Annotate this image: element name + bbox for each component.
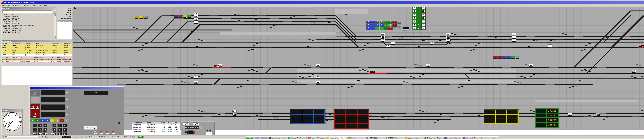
signal-icon[interactable] bbox=[413, 77, 415, 78]
tray-icon[interactable]: ▢ bbox=[489, 137, 490, 139]
track-select-plate[interactable]: 12 bbox=[422, 14, 425, 16]
signal-lamp-icon[interactable] bbox=[536, 40, 538, 41]
show-desktop-icon[interactable]: ▯ bbox=[497, 137, 498, 139]
signal-icon[interactable] bbox=[639, 66, 641, 66]
arbeiten-col-header[interactable]: Ende bbox=[167, 122, 173, 124]
signal-lamp-icon[interactable] bbox=[476, 68, 478, 70]
signal-icon[interactable] bbox=[146, 115, 148, 116]
signal-icon[interactable] bbox=[146, 43, 148, 44]
signal-lamp-icon[interactable] bbox=[204, 111, 205, 112]
track-number-plate[interactable]: 461 bbox=[194, 76, 198, 78]
fahrt-col-header[interactable] bbox=[2, 56, 4, 58]
signal-icon[interactable] bbox=[517, 82, 519, 84]
control-tile[interactable] bbox=[375, 27, 380, 30]
control-tile[interactable] bbox=[187, 15, 191, 18]
signal-lamp-icon[interactable] bbox=[388, 118, 389, 118]
control-tile[interactable] bbox=[397, 24, 401, 27]
signal-icon[interactable] bbox=[234, 14, 236, 14]
merkzettel-entry[interactable]: [07:30] 447: 77940 1m bbox=[3, 26, 54, 28]
taskbar-button[interactable]: ▭INTENSO (M:) bbox=[385, 137, 404, 139]
signal-icon[interactable] bbox=[584, 49, 586, 50]
lamp-icon[interactable] bbox=[66, 99, 68, 101]
signal-lamp-icon[interactable] bbox=[296, 16, 298, 18]
fahrt-col-header[interactable]: Ziel bbox=[50, 56, 57, 58]
signal-lamp-icon[interactable] bbox=[255, 68, 256, 70]
signal-lamp-icon[interactable] bbox=[144, 68, 145, 70]
control-tile[interactable] bbox=[143, 16, 148, 19]
control-tile[interactable] bbox=[515, 56, 520, 59]
scroll-down-icon[interactable]: ▼ bbox=[54, 36, 56, 38]
signal-icon[interactable] bbox=[422, 112, 424, 112]
arbeiten-row[interactable]: Gleissperrung14 September ...12:1612:220… bbox=[132, 124, 180, 126]
track-number-plate[interactable]: 447 bbox=[316, 81, 320, 84]
signal-lamp-icon[interactable] bbox=[243, 86, 244, 87]
keypad-key-3[interactable]: 3 bbox=[62, 132, 67, 136]
menu-item-information[interactable]: Information bbox=[38, 4, 49, 6]
signal-icon[interactable] bbox=[311, 22, 313, 24]
menu-item-stelltisch[interactable]: Stelltisch bbox=[11, 4, 20, 6]
arbeiten-col-header[interactable]: Anfang bbox=[160, 122, 167, 124]
signal-icon[interactable] bbox=[454, 34, 456, 35]
fahrt-col-header[interactable]: Ort bbox=[20, 56, 34, 58]
control-tile[interactable] bbox=[375, 20, 380, 24]
zug-row[interactable]: 07:381-85505ϟDPN-LForchheimpünktlich07:3… bbox=[2, 47, 72, 49]
track-number-plate[interactable]: 470 bbox=[380, 39, 385, 41]
signal-lamp-icon[interactable] bbox=[476, 49, 478, 50]
signal-icon[interactable] bbox=[565, 34, 567, 35]
menu-item-zeige[interactable]: Zeige bbox=[31, 4, 38, 6]
signal-icon[interactable] bbox=[473, 69, 475, 70]
signal-icon[interactable] bbox=[461, 86, 464, 86]
signal-lamp-icon[interactable] bbox=[416, 77, 417, 78]
signal-lamp-icon[interactable] bbox=[481, 71, 482, 72]
merkzettel-entry[interactable]: [07:30] 465: RAbt S3 5m bbox=[3, 18, 54, 19]
signal-lamp-icon[interactable] bbox=[443, 114, 444, 115]
signal-icon[interactable] bbox=[478, 71, 480, 72]
keypad-key-2[interactable]: 2 bbox=[58, 132, 62, 136]
control-tile[interactable] bbox=[174, 15, 178, 18]
signal-lamp-icon[interactable] bbox=[149, 43, 150, 44]
signal-icon[interactable] bbox=[247, 80, 249, 81]
keypad-key-9[interactable]: 9 bbox=[43, 124, 48, 128]
signal-lamp-icon[interactable] bbox=[260, 43, 261, 44]
lamp-zt1[interactable] bbox=[112, 130, 114, 132]
taskbar-button[interactable]: ▣Karlsruhe Hbf Layou... bbox=[443, 137, 462, 139]
signal-icon[interactable] bbox=[252, 49, 254, 50]
control-tile[interactable] bbox=[371, 24, 375, 27]
track-number-plate[interactable]: 906 bbox=[512, 36, 516, 38]
signal-icon[interactable] bbox=[510, 38, 512, 38]
signal-lamp-icon[interactable] bbox=[421, 46, 422, 47]
merkzettel-titlebar[interactable]: Merkzettel × bbox=[2, 7, 56, 10]
track-number-plate[interactable]: 456 bbox=[316, 76, 320, 78]
keypad-key-9[interactable]: 9 bbox=[62, 124, 67, 128]
keypad-key-8[interactable]: 8 bbox=[38, 124, 42, 128]
signal-icon[interactable] bbox=[533, 112, 535, 112]
merkzettel-entry[interactable]: [07:30] 431: RAbt B4 5m bbox=[3, 31, 54, 33]
signal-lamp-icon[interactable] bbox=[443, 40, 444, 42]
quick-launch-icon[interactable]: ♞ bbox=[265, 137, 267, 139]
volume-bar[interactable] bbox=[5, 136, 38, 138]
signal-icon[interactable] bbox=[307, 46, 309, 46]
track-select-plate[interactable]: 1 bbox=[413, 27, 416, 30]
track-select-plate[interactable]: 13 bbox=[422, 10, 425, 12]
track-number-plate[interactable]: 460 bbox=[194, 81, 198, 84]
signal-lamp-icon[interactable] bbox=[465, 86, 466, 87]
track-number-plate[interactable]: 134 bbox=[548, 44, 552, 47]
signal-lamp-icon[interactable] bbox=[200, 46, 200, 47]
lamp-rt[interactable] bbox=[52, 130, 53, 132]
stelltisch-tile[interactable]: EaGT bbox=[30, 90, 40, 96]
tray-icon[interactable]: ✔ bbox=[491, 137, 492, 139]
track-number-plate[interactable]: 544 bbox=[529, 64, 533, 66]
lamp-zt3[interactable] bbox=[46, 130, 48, 132]
signal-lamp-icon[interactable] bbox=[452, 43, 454, 44]
signal-lamp-icon[interactable] bbox=[532, 46, 533, 47]
control-tile[interactable] bbox=[388, 20, 392, 24]
zug-col-header[interactable]: Verspätung bbox=[51, 42, 64, 44]
signal-lamp-icon[interactable] bbox=[609, 37, 610, 38]
signal-lamp-icon[interactable] bbox=[426, 111, 427, 112]
signal-icon[interactable] bbox=[367, 43, 369, 44]
menu-item-simulation[interactable]: Simulation bbox=[1, 4, 11, 6]
signal-lamp-icon[interactable] bbox=[314, 22, 315, 24]
signal-icon[interactable] bbox=[141, 69, 143, 70]
keypad-key-6[interactable]: 6 bbox=[62, 128, 67, 132]
signal-lamp-icon[interactable] bbox=[642, 66, 644, 66]
